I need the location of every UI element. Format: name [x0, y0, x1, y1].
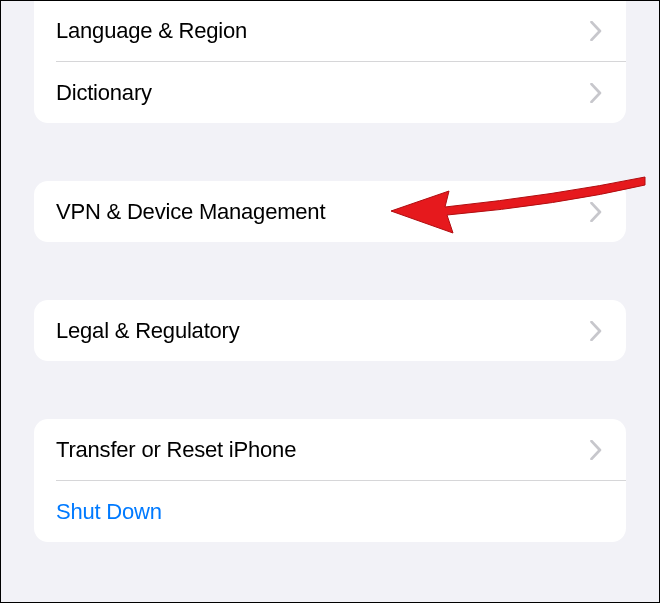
- chevron-right-icon: [590, 202, 602, 222]
- row-language-region[interactable]: Language & Region: [34, 0, 626, 61]
- label-shut-down: Shut Down: [56, 499, 162, 525]
- row-transfer-reset[interactable]: Transfer or Reset iPhone: [34, 419, 626, 480]
- section-vpn: VPN & Device Management: [34, 181, 626, 242]
- chevron-right-icon: [590, 21, 602, 41]
- row-shut-down[interactable]: Shut Down: [34, 481, 626, 542]
- section-legal: Legal & Regulatory: [34, 300, 626, 361]
- section-general: Language & Region Dictionary: [34, 0, 626, 123]
- label-language-region: Language & Region: [56, 18, 247, 44]
- chevron-right-icon: [590, 83, 602, 103]
- section-reset: Transfer or Reset iPhone Shut Down: [34, 419, 626, 542]
- settings-content: Language & Region Dictionary VPN & Devic…: [1, 0, 659, 542]
- label-vpn-device-management: VPN & Device Management: [56, 199, 325, 225]
- label-legal-regulatory: Legal & Regulatory: [56, 318, 240, 344]
- label-transfer-reset: Transfer or Reset iPhone: [56, 437, 296, 463]
- label-dictionary: Dictionary: [56, 80, 152, 106]
- chevron-right-icon: [590, 321, 602, 341]
- chevron-right-icon: [590, 440, 602, 460]
- row-legal-regulatory[interactable]: Legal & Regulatory: [34, 300, 626, 361]
- row-vpn-device-management[interactable]: VPN & Device Management: [34, 181, 626, 242]
- row-dictionary[interactable]: Dictionary: [34, 62, 626, 123]
